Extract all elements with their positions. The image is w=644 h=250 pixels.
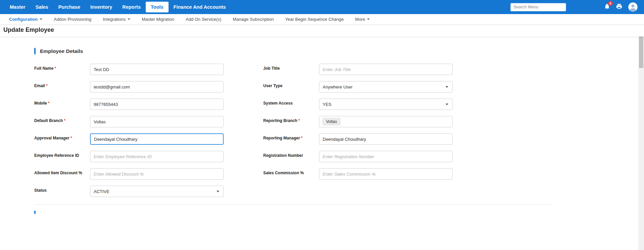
top-navbar: Master Sales Purchase Inventory Reports … [0,0,644,14]
sub-navbar: Configuration Addon Provisioning Integra… [0,14,644,25]
registration-number-label: Registration Number [263,151,319,162]
subnav-configuration[interactable]: Configuration [3,14,48,24]
required-mark: * [298,118,300,123]
approval-manager-label: Approval Manager* [34,133,90,145]
allowed-item-discount-input[interactable] [90,168,224,180]
system-access-label: System Access [263,99,319,110]
form-right-column: Job Title User Type Anywhere User System… [263,64,453,203]
approval-manager-input[interactable] [90,133,224,145]
print-button[interactable] [616,3,623,11]
full-name-input[interactable] [90,64,224,75]
subnav-integrations[interactable]: Integrations [97,14,136,24]
subnav-manage-subscription[interactable]: Manage Subscription [227,14,279,24]
subnav-addon-provisioning[interactable]: Addon Provisioning [48,14,97,24]
registration-number-input[interactable] [319,151,453,162]
user-type-select[interactable]: Anywhere User [319,81,453,92]
nav-sales[interactable]: Sales [31,2,53,12]
reporting-manager-input[interactable] [319,133,453,145]
topnav-right: 5 [510,2,639,12]
title-band: Update Employee [0,25,644,37]
chevron-down-icon [446,104,448,105]
reporting-branch-label: Reporting Branch* [263,116,319,127]
notifications-button[interactable]: 5 [604,3,610,11]
subnav-integrations-label: Integrations [103,17,126,22]
required-mark: * [64,118,65,123]
system-access-select-value: YES [323,102,331,107]
system-access-select[interactable]: YES [319,99,453,110]
sales-commission-label: Sales Commission % [263,168,319,180]
main-menu: Master Sales Purchase Inventory Reports … [5,2,231,12]
required-mark: * [48,101,50,106]
chevron-down-icon [40,18,42,20]
required-mark: * [71,136,72,140]
next-section-accent-bar [34,211,36,214]
subnav-more[interactable]: More [350,14,376,24]
full-name-label: Full Name* [34,64,90,75]
user-avatar[interactable] [628,2,638,12]
subnav-more-label: More [355,17,365,22]
nav-tools[interactable]: Tools [146,2,169,12]
page-title: Update Employee [3,26,641,34]
chevron-down-icon [128,18,130,20]
email-label: Email* [34,81,90,92]
subnav-year-begin-sequence-change[interactable]: Year Begin Sequence Change [279,14,349,24]
notification-badge: 5 [608,1,613,6]
required-mark: * [46,83,48,88]
section-title: Employee Details [40,48,83,54]
status-select-value: ACTIVE [94,189,109,194]
allowed-item-discount-label: Allowed Item Discount % [34,168,90,180]
subnav-configuration-label: Configuration [9,17,38,22]
mobile-input[interactable] [90,99,224,110]
mobile-label: Mobile* [34,99,90,110]
person-icon [628,7,638,12]
nav-reports[interactable]: Reports [117,2,146,12]
section-divider [34,204,553,205]
job-title-input[interactable] [319,64,453,75]
status-select[interactable]: ACTIVE [90,186,224,197]
section-accent-bar [34,48,36,54]
sales-commission-input[interactable] [319,168,453,180]
form-left-column: Full Name* Email* Mobile* Default Branch… [34,64,224,203]
section-header: Employee Details [34,48,644,54]
reporting-manager-label: Reporting Manager* [263,133,319,145]
nav-master[interactable]: Master [5,2,31,12]
status-label: Status [34,186,90,197]
email-input[interactable] [90,81,224,92]
reporting-branch-chip[interactable]: Voltas [323,118,340,125]
user-type-label: User Type [263,81,319,92]
employee-form: Employee Details Full Name* Email* Mobil… [0,37,644,214]
chevron-down-icon [367,18,370,20]
required-mark: * [54,66,56,71]
printer-icon [616,3,623,11]
employee-reference-id-label: Employee Reference ID [34,151,90,162]
chevron-down-icon [217,191,219,192]
employee-reference-id-input[interactable] [90,151,224,162]
default-branch-input[interactable] [90,116,224,127]
chevron-down-icon [446,86,448,88]
required-mark: * [301,136,303,140]
search-input[interactable] [510,3,566,11]
job-title-label: Job Title [263,64,319,75]
nav-inventory[interactable]: Inventory [85,2,117,12]
default-branch-label: Default Branch* [34,116,90,127]
user-type-select-value: Anywhere User [323,84,353,89]
nav-finance-and-accounts[interactable]: Finance And Accounts [169,2,231,12]
vertical-scrollbar[interactable] [638,25,644,250]
nav-purchase[interactable]: Purchase [53,2,85,12]
reporting-branch-input[interactable]: Voltas [319,116,453,127]
subnav-master-migration[interactable]: Master Migration [136,14,180,24]
subnav-add-on-services[interactable]: Add On Service(s) [180,14,227,24]
